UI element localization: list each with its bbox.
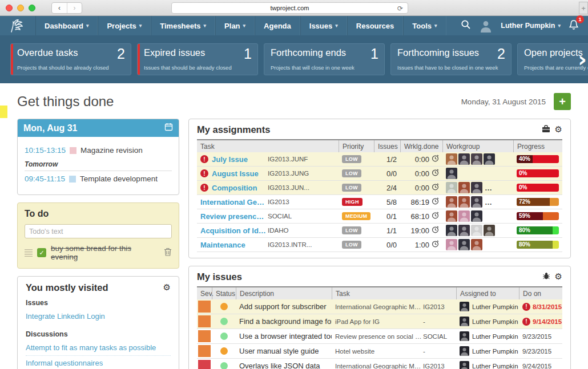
nav-item-tools[interactable]: Tools▾ [403, 16, 446, 35]
close-window-button[interactable] [6, 5, 13, 11]
add-button[interactable]: + [554, 93, 571, 110]
member-avatar[interactable] [458, 182, 470, 193]
status-dot[interactable] [220, 332, 228, 340]
visited-link[interactable]: Informal questionnaires [26, 356, 171, 369]
member-avatar[interactable] [446, 225, 457, 236]
issue-description[interactable]: User manual style guide [236, 347, 332, 355]
new-tab-button[interactable]: + [579, 2, 588, 14]
member-avatar[interactable] [484, 225, 495, 236]
trash-icon[interactable] [164, 248, 172, 258]
alert-card[interactable]: Overdue tasks2Projects that should be al… [10, 43, 131, 75]
briefcase-icon[interactable] [542, 125, 550, 135]
assignee-avatar[interactable] [460, 346, 469, 356]
assignee-avatar[interactable] [460, 317, 469, 326]
minimize-window-button[interactable] [17, 5, 24, 11]
task-link[interactable]: International Geographic M... [200, 198, 268, 206]
nav-item-agenda[interactable]: Agenda [255, 16, 300, 35]
issue-description[interactable]: Find a background image for login [236, 317, 332, 326]
member-avatar[interactable] [458, 153, 470, 165]
member-avatar[interactable] [471, 196, 482, 208]
nav-item-plan[interactable]: Plan▾ [215, 16, 255, 35]
todo-checkbox[interactable]: ✓ [37, 248, 46, 257]
member-avatar[interactable] [446, 153, 457, 165]
worklog-clock-icon[interactable] [432, 197, 439, 206]
side-pull-tab[interactable] [0, 106, 7, 118]
task-link[interactable]: Acquisition of Idaho Geogra... [200, 226, 268, 235]
member-avatar[interactable] [446, 168, 457, 179]
member-avatar[interactable] [471, 210, 482, 222]
status-dot[interactable] [220, 347, 228, 355]
member-avatar[interactable] [484, 153, 495, 165]
gear-icon[interactable]: ⚙ [555, 273, 562, 281]
member-avatar[interactable] [471, 153, 482, 165]
visited-link[interactable]: Attempt to fit as many tasks as possible [26, 340, 171, 356]
back-button[interactable]: ‹ [52, 3, 67, 13]
issue-description[interactable]: Add support for subscriber [236, 302, 332, 311]
worklog-clock-icon[interactable] [432, 183, 439, 192]
reload-icon[interactable]: ⟳ [397, 5, 403, 13]
member-avatar[interactable] [458, 196, 470, 208]
visited-link[interactable]: Integrate Linkedin Login [26, 309, 171, 325]
user-menu[interactable]: Luther Pumpkin ▾ [501, 22, 561, 30]
alert-card[interactable]: Forthcoming ends1Projects that will clos… [264, 43, 385, 75]
member-avatar[interactable] [458, 210, 470, 222]
worklog-clock-icon[interactable] [432, 226, 439, 235]
member-avatar[interactable] [446, 210, 457, 222]
task-link[interactable]: August Issue [212, 169, 268, 178]
zoom-window-button[interactable] [29, 5, 35, 11]
drag-handle-icon[interactable] [25, 249, 33, 257]
assignee-avatar[interactable] [460, 361, 469, 369]
issue-task-code: IG2013 [423, 303, 453, 310]
carousel-next-arrow[interactable]: › [578, 49, 587, 70]
todo-input[interactable] [25, 224, 172, 238]
more-members-ellipsis[interactable]: … [485, 184, 493, 192]
status-dot[interactable] [220, 318, 228, 325]
agenda-event[interactable]: 09:45-11:15 Template development [25, 175, 172, 183]
task-link[interactable]: Composition [212, 184, 268, 192]
member-avatar[interactable] [458, 225, 470, 236]
member-avatar[interactable] [446, 182, 457, 193]
alert-card[interactable]: Forthcoming issues2Issues that have to b… [390, 43, 512, 75]
twproject-logo-icon[interactable] [0, 16, 35, 35]
agenda-event[interactable]: 10:15-13:15 Magazine revision [25, 146, 172, 155]
nav-item-resources[interactable]: Resources [347, 16, 403, 35]
event-color-swatch [69, 176, 76, 183]
member-avatar[interactable] [446, 239, 457, 250]
assignee-avatar[interactable] [460, 302, 469, 311]
member-avatar[interactable] [458, 239, 470, 250]
issue-description[interactable]: Use a browser integrated tool [236, 332, 332, 340]
nav-item-timesheets[interactable]: Timesheets▾ [151, 16, 215, 35]
bug-icon[interactable] [542, 272, 550, 282]
worklog-clock-icon[interactable] [432, 155, 439, 164]
assignee-avatar[interactable] [460, 331, 469, 341]
member-avatar[interactable] [471, 239, 482, 250]
user-avatar-image[interactable] [479, 19, 493, 33]
worklog-clock-icon[interactable] [432, 240, 439, 249]
nav-item-dashboard[interactable]: Dashboard▾ [35, 16, 98, 35]
worklog-clock-icon[interactable] [432, 212, 439, 221]
gear-icon[interactable]: ⚙ [163, 283, 171, 292]
user-avatar[interactable] [479, 19, 493, 33]
calendar-icon[interactable] [164, 123, 173, 133]
issue-description[interactable]: Overlays like JSON data [236, 362, 332, 369]
status-dot[interactable] [220, 362, 228, 369]
member-avatar[interactable] [446, 196, 457, 208]
search-icon[interactable] [461, 19, 471, 32]
agenda-header[interactable]: Mon, Aug 31 [18, 119, 179, 137]
task-link[interactable]: July Issue [212, 155, 268, 164]
member-avatar[interactable] [471, 225, 482, 236]
gear-icon[interactable]: ⚙ [555, 125, 562, 134]
address-bar[interactable]: twproject.com ⟳ [171, 2, 408, 14]
issue-task-cell: International Geographic MagazineIG2013 [332, 363, 456, 369]
forward-button[interactable]: › [67, 3, 82, 13]
more-members-ellipsis[interactable]: … [485, 198, 493, 206]
nav-item-issues[interactable]: Issues▾ [300, 16, 347, 35]
nav-item-projects[interactable]: Projects▾ [98, 16, 151, 35]
task-link[interactable]: Review presence on social n... [200, 212, 268, 221]
worklog-clock-icon[interactable] [432, 169, 439, 178]
alert-card[interactable]: Expired issues1Issues that should be alr… [137, 43, 258, 75]
task-link[interactable]: Maintenance [200, 241, 268, 249]
status-dot[interactable] [220, 303, 228, 310]
notifications-button[interactable]: 1 [569, 19, 579, 33]
member-avatar[interactable] [471, 182, 482, 193]
